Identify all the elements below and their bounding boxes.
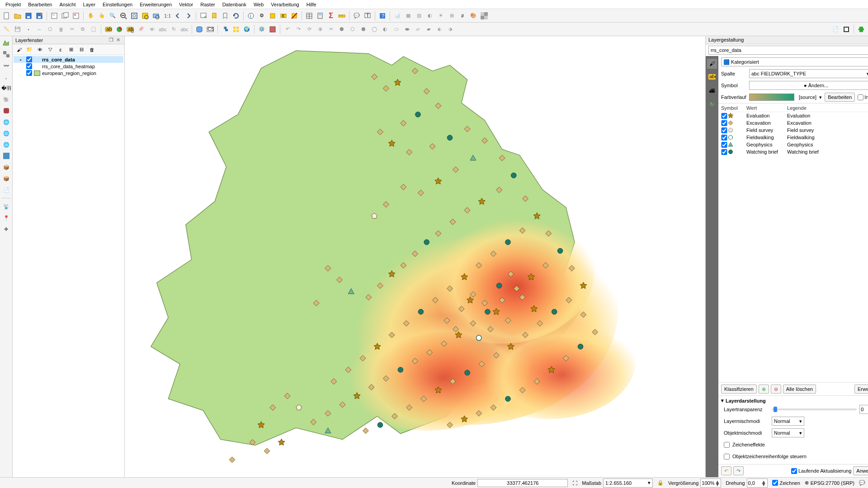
add-wms-button[interactable]: 🌐	[1, 117, 11, 127]
layer-visibility-checkbox[interactable]	[26, 63, 32, 69]
add-group-icon[interactable]: 📁	[25, 45, 34, 54]
delete-selected-button[interactable]: 🗑	[56, 24, 66, 34]
remove-category-button[interactable]: ⊖	[771, 385, 781, 394]
menu-vektor[interactable]: Vektor	[175, 1, 197, 8]
add-wcs-button[interactable]: 🌐	[1, 128, 11, 138]
checker-tool-icon[interactable]	[479, 11, 489, 21]
new-project-button[interactable]	[2, 11, 12, 21]
copy-features-button[interactable]: ⧉	[78, 24, 88, 34]
filter-legend-icon[interactable]: ▽	[46, 45, 55, 54]
open-project-button[interactable]	[13, 11, 23, 21]
adv-dig-7[interactable]: ◯	[369, 24, 379, 34]
grid-tool-icon[interactable]: #	[458, 11, 467, 21]
vector-tool-icon[interactable]: ▥	[414, 11, 424, 21]
menu-projekt[interactable]: Projekt	[2, 1, 24, 8]
scale-selector[interactable]: 1:2.655.160▾	[603, 479, 653, 488]
edit-ramp-button[interactable]: Bearbeiten	[825, 93, 855, 102]
map-canvas[interactable]	[125, 36, 705, 477]
zoom-last-button[interactable]	[173, 11, 183, 21]
raster-tool-icon[interactable]: ▦	[403, 11, 413, 21]
menu-layer[interactable]: Layer	[80, 1, 99, 8]
feature-blend-select[interactable]: Normal▾	[772, 428, 804, 437]
cat-check[interactable]	[721, 135, 727, 141]
georef-button[interactable]	[841, 24, 851, 34]
undo-style-button[interactable]: ↶	[721, 466, 731, 475]
add-raster-layer-button[interactable]	[1, 49, 11, 59]
invert-ramp-checkbox[interactable]	[858, 94, 863, 100]
menu-datenbank[interactable]: Datenbank	[219, 1, 250, 8]
adv-dig-14[interactable]: ⬗	[445, 24, 455, 34]
redo-style-button[interactable]: ↷	[733, 466, 744, 475]
column-selector[interactable]: abc FIELDWORK_TYPE▾	[749, 69, 868, 78]
zoom-out-button[interactable]	[118, 11, 128, 21]
control-order-checkbox[interactable]	[724, 454, 730, 460]
redo-dig-button[interactable]: ↷	[293, 24, 303, 34]
zoom-full-button[interactable]	[129, 11, 139, 21]
adv-dig-1[interactable]: ⟳	[304, 24, 314, 34]
menu-raster[interactable]: Raster	[197, 1, 218, 8]
renderer-selector[interactable]: 🟦 Kategorisiert▾	[721, 57, 868, 66]
help-button[interactable]: ?	[377, 11, 387, 21]
db-manager-button[interactable]	[194, 24, 204, 34]
adv-dig-11[interactable]: ▱	[413, 24, 423, 34]
print-layout-button[interactable]	[49, 11, 59, 21]
zoom-next-button[interactable]	[184, 11, 193, 21]
layer-panel-close-icon[interactable]: ✕	[115, 37, 122, 42]
adv-dig-6[interactable]: ⬣	[359, 24, 368, 34]
style-manager-button[interactable]	[71, 11, 81, 21]
symbology-tab[interactable]: 🖌	[707, 59, 717, 69]
cat-check[interactable]	[721, 120, 727, 126]
adv-dig-9[interactable]: ⬭	[391, 24, 401, 34]
crs-button[interactable]: EPSG:27700 (SRP)	[811, 480, 854, 486]
cat-check[interactable]	[721, 127, 727, 133]
contrast-tool-icon[interactable]: ◐	[425, 11, 435, 21]
show-bookmarks-button[interactable]	[220, 11, 230, 21]
category-row-excavation[interactable]: ExcavationExcavation	[721, 119, 868, 127]
add-vector-layer-button[interactable]	[1, 38, 11, 48]
rotation-spin[interactable]: 0,0▲▼	[747, 479, 768, 488]
cat-check[interactable]	[721, 149, 727, 155]
labels-tab[interactable]: abc	[707, 72, 717, 82]
adv-dig-13[interactable]: ⬖	[434, 24, 444, 34]
pan-button[interactable]: ✋	[86, 11, 96, 21]
crs-icon[interactable]: ⊕	[805, 480, 809, 486]
coordinate-capture-icon[interactable]: ✛	[1, 224, 11, 234]
new-shapefile-button[interactable]: 📄	[1, 185, 11, 195]
open-attribute-table-button[interactable]	[304, 11, 314, 21]
pan-to-selection-button[interactable]: 👆	[97, 11, 107, 21]
render-section-title[interactable]: ▾Layerdarstellung	[721, 398, 868, 404]
category-row-field-survey[interactable]: Field surveyField survey	[721, 127, 868, 134]
layer-blend-select[interactable]: Normal▾	[772, 417, 804, 426]
live-update-checkbox[interactable]	[791, 468, 797, 474]
globe-button[interactable]: 🌍	[242, 24, 252, 34]
layer-row-heatmap[interactable]: rrs_core_data_heatmap	[14, 63, 123, 70]
layer-styling-icon[interactable]: 🖌	[14, 45, 24, 54]
undo-dig-button[interactable]: ↶	[283, 24, 292, 34]
local-hist-icon[interactable]: ⊞	[447, 11, 457, 21]
menu-verarbeitung[interactable]: Verarbeitung	[267, 1, 302, 8]
category-row-watching-brief[interactable]: Watching briefWatching brief	[721, 148, 868, 155]
select-features-button[interactable]	[268, 11, 278, 21]
new-geopackage-button[interactable]: 📦	[1, 174, 11, 183]
graphical-modeler-button[interactable]	[268, 24, 278, 34]
save-edits-button[interactable]: 💾	[13, 24, 23, 34]
add-spatialite-button[interactable]: �羽	[1, 83, 11, 93]
refresh-button[interactable]	[231, 11, 241, 21]
new-bookmark-button[interactable]	[209, 11, 219, 21]
zoom-layer-button[interactable]	[151, 11, 161, 21]
virtual-layer-button[interactable]: 📄	[830, 24, 840, 34]
add-mssql-button[interactable]	[1, 106, 11, 116]
save-as-button[interactable]	[34, 11, 44, 21]
annotation-button[interactable]: T	[363, 11, 373, 21]
transparency-slider[interactable]	[772, 408, 857, 410]
layout-manager-button[interactable]	[60, 11, 70, 21]
cat-check[interactable]	[721, 113, 727, 119]
color-tool-icon[interactable]: 🎨	[468, 11, 478, 21]
menu-hilfe[interactable]: Hilfe	[303, 1, 320, 8]
tracking-tool-icon[interactable]: 📍	[1, 213, 11, 223]
gps-tool-icon[interactable]: 📡	[1, 202, 11, 211]
new-map-view-button[interactable]: +	[198, 11, 208, 21]
brightness-tool-icon[interactable]: ☀	[436, 11, 446, 21]
select-by-value-button[interactable]: ε	[278, 11, 288, 21]
adv-dig-12[interactable]: ▰	[424, 24, 434, 34]
